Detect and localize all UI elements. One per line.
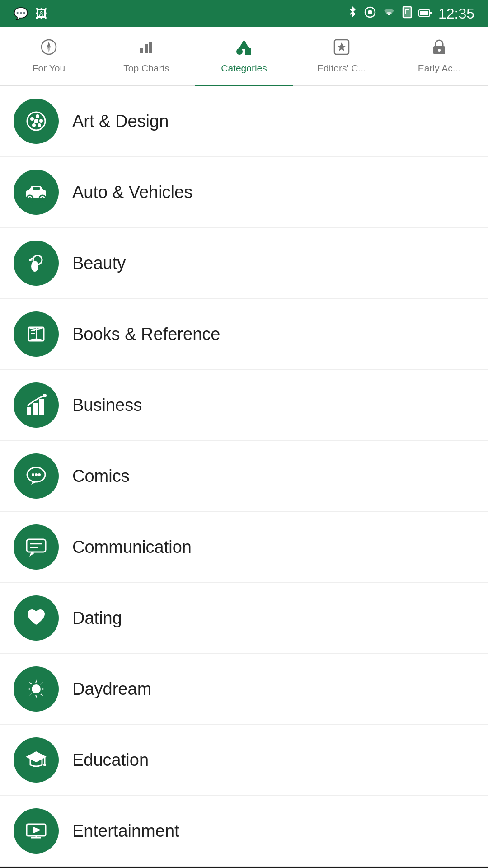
list-item[interactable]: Beauty xyxy=(0,228,488,299)
dating-label: Dating xyxy=(72,609,122,628)
tab-categories-label: Categories xyxy=(221,63,267,74)
auto-vehicles-icon xyxy=(14,170,59,215)
tab-for-you-label: For You xyxy=(33,63,65,74)
svg-rect-34 xyxy=(33,187,40,190)
art-design-label: Art & Design xyxy=(72,112,169,131)
beauty-label: Beauty xyxy=(72,254,126,273)
tab-editors-choice[interactable]: Editors' C... xyxy=(293,27,390,85)
status-bar: 💬 🖼 xyxy=(0,0,488,27)
svg-point-1 xyxy=(368,10,372,14)
svg-point-24 xyxy=(36,114,39,118)
business-label: Business xyxy=(72,396,142,415)
auto-vehicles-label: Auto & Vehicles xyxy=(72,183,192,202)
education-icon xyxy=(14,737,59,783)
svg-point-28 xyxy=(34,119,38,123)
nav-tabs: For You Top Charts Categories xyxy=(0,27,488,86)
drm-icon xyxy=(364,6,376,21)
comics-icon xyxy=(14,453,59,499)
svg-point-21 xyxy=(438,49,441,52)
svg-rect-6 xyxy=(430,12,432,14)
status-right-icons: 12:35 xyxy=(347,5,474,22)
list-item[interactable]: Art & Design xyxy=(0,86,488,157)
image-icon: 🖼 xyxy=(35,7,47,21)
svg-marker-15 xyxy=(239,40,249,49)
list-item[interactable]: Daydream xyxy=(0,654,488,725)
tab-categories[interactable]: Categories xyxy=(195,27,293,85)
svg-rect-7 xyxy=(420,11,428,15)
bluetooth-icon xyxy=(347,5,358,22)
svg-point-27 xyxy=(32,123,36,127)
svg-point-37 xyxy=(29,259,32,261)
svg-point-31 xyxy=(28,197,31,200)
svg-point-11 xyxy=(48,46,50,48)
svg-point-50 xyxy=(38,473,41,476)
svg-rect-42 xyxy=(27,407,31,415)
entertainment-icon xyxy=(14,808,59,854)
svg-point-55 xyxy=(32,684,41,693)
category-list: Art & Design Auto & Vehicles Be xyxy=(0,86,488,867)
star-icon xyxy=(333,39,350,59)
svg-rect-2 xyxy=(403,7,411,18)
list-item[interactable]: Education xyxy=(0,725,488,796)
tab-early-access-label: Early Ac... xyxy=(418,63,461,74)
chat-icon: 💬 xyxy=(14,7,28,21)
tab-editors-choice-label: Editors' C... xyxy=(317,63,366,74)
business-icon xyxy=(14,382,59,428)
categories-icon xyxy=(235,39,253,59)
communication-label: Communication xyxy=(72,538,192,557)
tab-for-you[interactable]: For You xyxy=(0,27,98,85)
tab-top-charts-label: Top Charts xyxy=(123,63,169,74)
svg-rect-12 xyxy=(140,48,143,53)
dating-icon xyxy=(14,595,59,641)
svg-point-25 xyxy=(39,119,43,123)
wifi-icon xyxy=(382,7,396,21)
list-item[interactable]: Auto & Vehicles xyxy=(0,157,488,228)
entertainment-label: Entertainment xyxy=(72,821,179,841)
svg-marker-56 xyxy=(26,751,47,762)
svg-marker-19 xyxy=(337,42,346,51)
books-reference-icon xyxy=(14,311,59,357)
beauty-icon xyxy=(14,241,59,286)
svg-rect-51 xyxy=(27,539,46,552)
svg-point-45 xyxy=(43,394,47,397)
list-item[interactable]: Comics xyxy=(0,441,488,512)
status-left-icons: 💬 🖼 xyxy=(14,7,47,21)
svg-rect-13 xyxy=(145,44,148,53)
svg-point-16 xyxy=(236,48,243,55)
books-reference-label: Books & Reference xyxy=(72,325,220,344)
list-item[interactable]: Communication xyxy=(0,512,488,583)
svg-point-49 xyxy=(35,473,38,476)
sim-icon xyxy=(402,6,412,22)
svg-point-58 xyxy=(43,764,46,766)
compass-icon xyxy=(41,39,57,59)
svg-rect-41 xyxy=(31,333,35,334)
svg-point-36 xyxy=(31,261,38,272)
tab-top-charts[interactable]: Top Charts xyxy=(98,27,195,85)
daydream-icon xyxy=(14,666,59,712)
svg-rect-40 xyxy=(31,330,35,331)
lock-icon xyxy=(432,39,446,59)
svg-rect-43 xyxy=(33,403,38,415)
tab-early-access[interactable]: Early Ac... xyxy=(390,27,488,85)
svg-rect-44 xyxy=(39,399,44,415)
art-design-icon xyxy=(14,99,59,144)
svg-point-26 xyxy=(38,123,41,127)
svg-point-23 xyxy=(30,117,34,121)
communication-icon xyxy=(14,524,59,570)
comics-label: Comics xyxy=(72,467,130,486)
list-item[interactable]: Business xyxy=(0,370,488,441)
time-display: 12:35 xyxy=(438,5,474,22)
svg-rect-29 xyxy=(26,190,46,198)
education-label: Education xyxy=(72,750,149,770)
svg-point-33 xyxy=(41,197,44,200)
battery-icon xyxy=(418,7,432,21)
list-item[interactable]: Entertainment xyxy=(0,796,488,867)
svg-marker-62 xyxy=(33,827,41,833)
svg-rect-14 xyxy=(149,42,152,53)
list-item[interactable]: Dating xyxy=(0,583,488,654)
daydream-label: Daydream xyxy=(72,679,151,699)
bar-chart-icon xyxy=(138,39,155,59)
svg-point-48 xyxy=(32,473,34,476)
list-item[interactable]: Books & Reference xyxy=(0,299,488,370)
svg-rect-17 xyxy=(245,48,251,55)
